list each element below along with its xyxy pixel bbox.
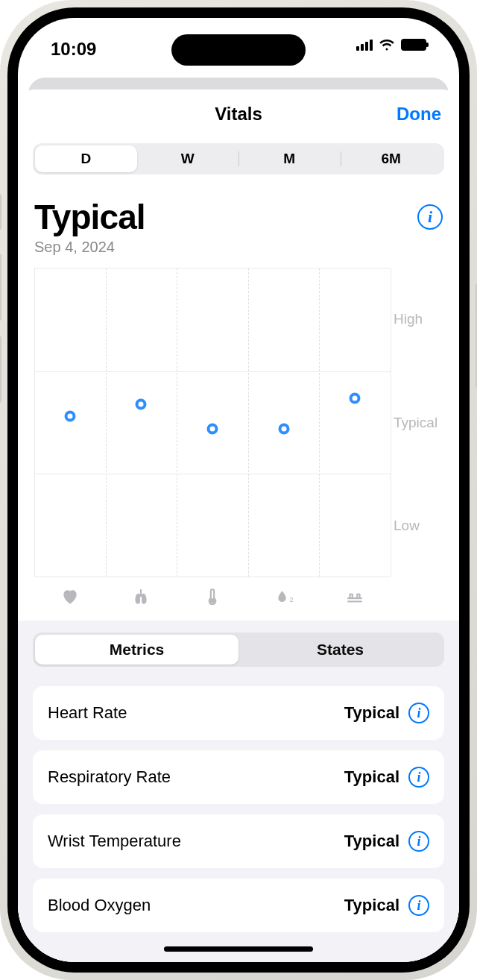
o2-icon: 2 <box>248 583 320 610</box>
dynamic-island <box>171 34 306 66</box>
lungs-icon <box>106 583 177 610</box>
chart-point <box>350 392 361 403</box>
info-icon[interactable]: i <box>408 895 429 916</box>
tab-metrics[interactable]: Metrics <box>35 635 238 665</box>
metric-row[interactable]: Wrist TemperatureTypicali <box>33 814 444 868</box>
metric-row[interactable]: Blood OxygenTypicali <box>33 879 444 932</box>
metric-value: Typical <box>344 703 399 723</box>
metric-name: Heart Rate <box>48 703 127 723</box>
summary-status: Typical <box>34 197 145 237</box>
metric-row[interactable]: Heart RateTypicali <box>33 686 444 740</box>
chart-point <box>136 398 147 409</box>
status-time: 10:09 <box>51 39 96 60</box>
wifi-icon <box>379 39 395 51</box>
metric-value: Typical <box>344 767 399 787</box>
metric-row[interactable]: Respiratory RateTypicali <box>33 750 444 804</box>
done-button[interactable]: Done <box>397 104 441 125</box>
chart-point <box>64 411 75 422</box>
metrics-states-segmented[interactable]: Metrics States <box>33 632 444 667</box>
info-icon[interactable]: i <box>408 703 429 723</box>
summary-date: Sep 4, 2024 <box>34 239 145 256</box>
metric-value: Typical <box>344 896 399 915</box>
page-title: Vitals <box>18 104 459 125</box>
time-range-segmented[interactable]: D W M 6M <box>33 143 444 175</box>
ylabel-typical: Typical <box>394 415 437 431</box>
tab-states[interactable]: States <box>238 635 442 665</box>
metric-name: Wrist Temperature <box>48 832 181 851</box>
info-button[interactable]: i <box>417 204 443 230</box>
metric-name: Respiratory Rate <box>48 767 171 787</box>
home-indicator[interactable] <box>164 946 313 952</box>
range-option-m[interactable]: M <box>238 145 341 173</box>
cellular-icon <box>356 40 373 51</box>
vitals-chart: High Typical Low <box>34 268 443 610</box>
svg-point-0 <box>211 599 214 602</box>
metric-value: Typical <box>344 832 399 851</box>
range-option-d[interactable]: D <box>35 145 137 173</box>
chart-point <box>278 423 289 434</box>
bottom-panel: Metrics States Heart RateTypicaliRespira… <box>18 621 459 962</box>
nav-bar: Vitals Done <box>18 89 459 139</box>
vitals-sheet: Vitals Done D W M 6M Typical Sep 4, 2024 <box>18 89 459 962</box>
heart-icon <box>34 583 106 610</box>
sleep-icon <box>319 583 391 610</box>
info-icon[interactable]: i <box>408 767 429 788</box>
battery-icon <box>401 39 426 51</box>
range-option-w[interactable]: W <box>137 145 239 173</box>
range-option-6m[interactable]: 6M <box>341 145 443 173</box>
metric-name: Blood Oxygen <box>48 896 151 915</box>
info-icon[interactable]: i <box>408 831 429 852</box>
chart-point <box>207 423 218 434</box>
thermometer-icon <box>177 583 248 610</box>
ylabel-low: Low <box>394 518 420 534</box>
ylabel-high: High <box>394 311 423 327</box>
